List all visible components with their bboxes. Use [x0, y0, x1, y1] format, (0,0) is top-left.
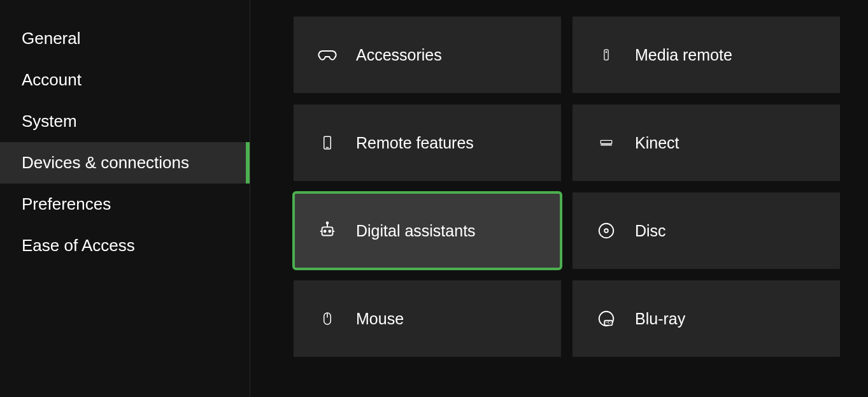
sidebar-item-preferences[interactable]: Preferences [0, 184, 250, 225]
svg-text:HD: HD [606, 321, 611, 324]
sidebar-item-system[interactable]: System [0, 101, 250, 142]
settings-sidebar: General Account System Devices & connect… [0, 0, 250, 397]
tile-label: Mouse [356, 310, 404, 328]
tile-label: Kinect [635, 134, 679, 152]
svg-rect-0 [604, 50, 608, 60]
main-content: Accessories Media remote Remote features [250, 0, 868, 397]
phone-icon [317, 132, 338, 154]
tile-grid: Accessories Media remote Remote features [294, 17, 868, 357]
sidebar-item-label: Preferences [22, 194, 111, 214]
tile-media-remote[interactable]: Media remote [573, 17, 840, 93]
sidebar-item-devices-connections[interactable]: Devices & connections [0, 142, 250, 184]
svg-rect-4 [601, 140, 612, 143]
svg-rect-5 [601, 145, 612, 146]
sidebar-item-label: Ease of Access [22, 236, 135, 256]
sidebar-item-label: System [22, 112, 77, 131]
sidebar-item-label: Account [22, 70, 82, 90]
tile-remote-features[interactable]: Remote features [294, 105, 561, 181]
tile-label: Media remote [635, 46, 732, 64]
sidebar-item-account[interactable]: Account [0, 59, 250, 101]
tile-label: Accessories [356, 46, 442, 64]
sidebar-item-label: Devices & connections [22, 153, 189, 173]
svg-point-10 [329, 231, 331, 233]
svg-point-13 [599, 224, 614, 238]
svg-point-9 [324, 231, 326, 233]
disc-icon [595, 220, 617, 242]
svg-point-14 [604, 229, 608, 233]
tile-digital-assistants[interactable]: Digital assistants [294, 192, 561, 269]
tile-label: Remote features [356, 134, 474, 152]
svg-point-1 [606, 52, 606, 52]
robot-icon [317, 220, 338, 242]
mouse-icon [317, 308, 338, 329]
sidebar-item-ease-of-access[interactable]: Ease of Access [0, 225, 250, 266]
tile-blu-ray[interactable]: HD Blu-ray [573, 280, 840, 357]
tile-disc[interactable]: Disc [573, 192, 840, 269]
tile-label: Disc [635, 222, 666, 240]
controller-icon [317, 44, 338, 66]
remote-icon [595, 44, 617, 66]
bluray-icon: HD [595, 308, 617, 329]
kinect-icon [595, 132, 617, 154]
tile-mouse[interactable]: Mouse [294, 280, 561, 357]
sidebar-item-label: General [22, 29, 81, 48]
tile-kinect[interactable]: Kinect [573, 105, 840, 181]
tile-accessories[interactable]: Accessories [294, 17, 561, 93]
tile-label: Digital assistants [356, 222, 476, 240]
tile-label: Blu-ray [635, 310, 685, 328]
sidebar-item-general[interactable]: General [0, 18, 250, 59]
svg-point-8 [327, 222, 329, 224]
